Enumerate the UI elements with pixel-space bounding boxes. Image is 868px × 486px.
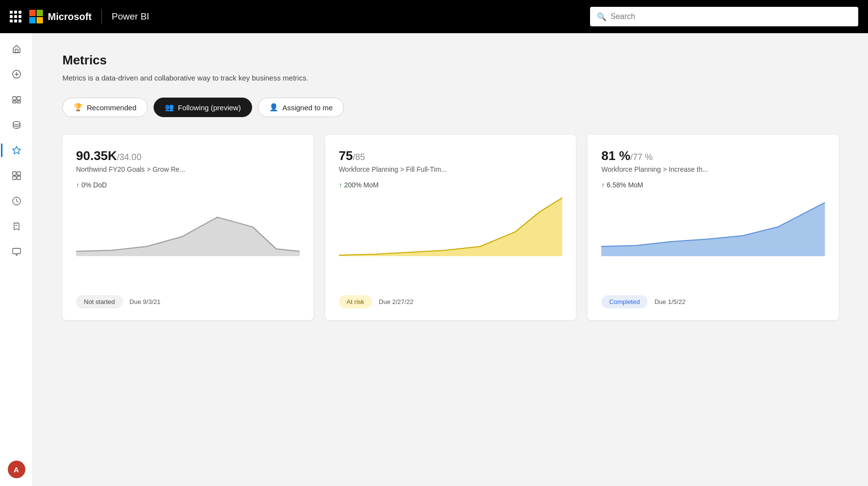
card2-due: Due 2/27/22: [379, 298, 414, 305]
card3-name: Workforce Planning > Increase th...: [601, 165, 825, 173]
card1-value: 90.35K/34.00: [76, 148, 300, 163]
sidebar-item-monitor[interactable]: [5, 240, 28, 263]
metric-card-1: 90.35K/34.00 Northwind FY20 Goals > Grow…: [62, 135, 314, 320]
metrics-icon: [12, 145, 21, 155]
card3-change: ↑ 6.58% MoM: [601, 181, 825, 189]
tab-recommended[interactable]: 🏆 Recommended: [62, 98, 148, 117]
card3-chart: [601, 193, 825, 287]
card2-footer: At risk Due 2/27/22: [339, 295, 563, 308]
microsoft-label: Microsoft: [48, 11, 92, 22]
assigned-label: Assigned to me: [282, 103, 333, 112]
topbar-divider: [101, 9, 102, 24]
recommended-icon: 🏆: [74, 103, 83, 112]
ms-squares: [29, 10, 43, 23]
main-layout: A Metrics Metrics is a data-driven and c…: [0, 33, 868, 486]
sidebar-item-apps[interactable]: [5, 164, 28, 187]
card2-chart: [339, 193, 563, 287]
home-icon: [12, 44, 21, 54]
sidebar-item-learn[interactable]: [5, 189, 28, 213]
search-icon: 🔍: [597, 12, 607, 21]
assigned-icon: 👤: [269, 103, 278, 112]
tab-following[interactable]: 👥 Following (preview): [154, 98, 252, 117]
card1-change-text: 0% DoD: [81, 181, 107, 189]
apps-grid-icon[interactable]: [10, 11, 21, 22]
metric-card-2: 75/85 Workforce Planning > Fill Full-Tim…: [325, 135, 576, 320]
book-icon: [12, 222, 21, 231]
card1-due: Due 9/3/21: [130, 298, 161, 305]
page-subtitle: Metrics is a data-driven and collaborati…: [62, 74, 839, 82]
search-box[interactable]: 🔍: [590, 7, 858, 26]
recommended-label: Recommended: [87, 103, 137, 112]
page-title: Metrics: [62, 53, 839, 68]
following-label: Following (preview): [178, 103, 241, 112]
svg-rect-9: [13, 172, 16, 175]
card2-arrow: ↑: [339, 181, 342, 189]
sidebar-item-home[interactable]: [5, 37, 28, 61]
sidebar-item-data[interactable]: [5, 113, 28, 137]
metrics-cards: 90.35K/34.00 Northwind FY20 Goals > Grow…: [62, 135, 839, 320]
sidebar: A: [0, 33, 33, 486]
card3-footer: Completed Due 1/5/22: [601, 295, 825, 308]
card3-change-text: 6.58% MoM: [607, 181, 643, 189]
topbar: Microsoft Power BI 🔍: [0, 0, 868, 33]
card3-due: Due 1/5/22: [654, 298, 686, 305]
card3-arrow: ↑: [601, 181, 605, 189]
card1-footer: Not started Due 9/3/21: [76, 295, 300, 308]
svg-point-8: [13, 122, 20, 124]
apps-icon: [12, 171, 21, 181]
svg-rect-5: [17, 97, 20, 100]
sidebar-item-metrics[interactable]: [5, 139, 28, 162]
powerbi-label: Power BI: [112, 11, 149, 22]
svg-rect-12: [17, 176, 20, 180]
svg-marker-19: [339, 198, 563, 256]
card2-change: ↑ 200% MoM: [339, 181, 563, 189]
following-icon: 👥: [165, 103, 174, 112]
card3-value: 81 %/77 %: [601, 148, 825, 163]
card2-status: At risk: [339, 295, 372, 308]
card1-name: Northwind FY20 Goals > Grow Re...: [76, 165, 300, 173]
sidebar-item-browse[interactable]: [5, 88, 28, 111]
search-input[interactable]: [611, 12, 851, 21]
data-icon: [12, 120, 21, 130]
svg-marker-20: [601, 202, 825, 256]
svg-rect-11: [13, 176, 16, 180]
svg-rect-10: [17, 172, 20, 175]
svg-rect-15: [13, 248, 20, 254]
svg-rect-7: [17, 101, 20, 103]
card3-status: Completed: [601, 295, 648, 308]
metric-card-3: 81 %/77 % Workforce Planning > Increase …: [588, 135, 839, 320]
svg-rect-6: [13, 101, 16, 103]
content-area: Metrics Metrics is a data-driven and col…: [33, 33, 868, 486]
browse-icon: [12, 95, 21, 104]
learn-icon: [12, 196, 21, 206]
card1-status: Not started: [76, 295, 123, 308]
tab-assigned[interactable]: 👤 Assigned to me: [258, 98, 344, 117]
card2-name: Workforce Planning > Fill Full-Tim...: [339, 165, 563, 173]
sidebar-item-create[interactable]: [5, 62, 28, 86]
microsoft-logo: Microsoft: [29, 10, 92, 23]
card2-value: 75/85: [339, 148, 563, 163]
svg-rect-0: [15, 49, 18, 53]
svg-rect-4: [13, 97, 16, 100]
card1-change: ↑ 0% DoD: [76, 181, 300, 189]
create-icon: [12, 69, 21, 79]
monitor-icon: [12, 247, 21, 257]
sidebar-item-book[interactable]: [5, 215, 28, 238]
card2-change-text: 200% MoM: [344, 181, 379, 189]
tab-row: 🏆 Recommended 👥 Following (preview) 👤 As…: [62, 98, 839, 117]
card1-arrow: ↑: [76, 181, 79, 189]
card1-chart: [76, 193, 300, 287]
user-avatar[interactable]: A: [8, 461, 25, 478]
